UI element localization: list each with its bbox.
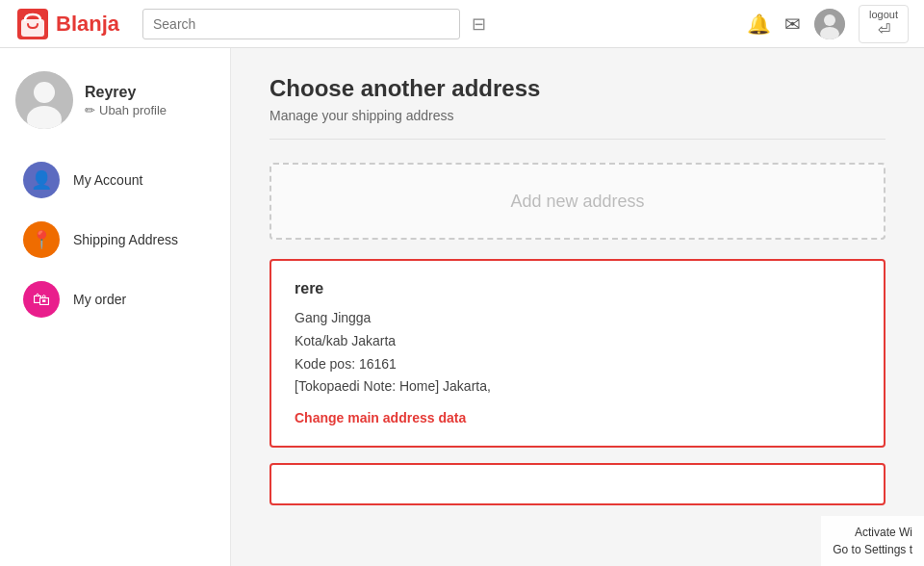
- user-profile: Reyrey ✏ Ubah profile: [15, 71, 215, 129]
- user-avatar: [15, 71, 73, 129]
- username: Reyrey: [85, 84, 167, 101]
- page-title: Choose another address: [270, 75, 886, 102]
- search-wrapper: [142, 9, 460, 39]
- header: Blanja ⊟ 🔔 ✉ logout ⏎: [0, 0, 924, 48]
- user-info: Reyrey ✏ Ubah profile: [85, 84, 167, 117]
- windows-notice-line1: Activate Wi: [833, 524, 912, 541]
- edit-profile-label: Ubah profile: [99, 103, 167, 117]
- address-note: [Tokopaedi Note: Home] Jakarta,: [295, 375, 860, 399]
- avatar[interactable]: [814, 9, 845, 39]
- account-icon: 👤: [23, 162, 60, 198]
- address-name: rere: [295, 280, 860, 297]
- logo-bag-icon: [15, 7, 50, 41]
- pencil-icon: ✏: [85, 103, 95, 117]
- add-address-button[interactable]: Add new address: [270, 163, 886, 240]
- header-icons: 🔔 ✉ logout ⏎: [747, 5, 909, 43]
- sidebar-item-shipping[interactable]: 📍 Shipping Address: [15, 212, 215, 268]
- sidebar-item-order[interactable]: 🛍 My order: [15, 271, 215, 327]
- logout-icon: ⏎: [878, 20, 890, 39]
- address-detail: Gang Jingga Kota/kab Jakarta Kode pos: 1…: [295, 307, 860, 399]
- divider: [270, 139, 886, 140]
- windows-notice: Activate Wi Go to Settings t: [821, 516, 924, 566]
- shipping-icon: 📍: [23, 221, 60, 258]
- edit-profile-button[interactable]: ✏ Ubah profile: [85, 103, 167, 117]
- logo: Blanja: [15, 7, 131, 41]
- address-street: Gang Jingga: [295, 307, 860, 330]
- logout-button[interactable]: logout ⏎: [859, 5, 909, 43]
- logout-label: logout: [869, 9, 898, 20]
- order-label: My order: [73, 292, 126, 307]
- windows-notice-line2: Go to Settings t: [833, 541, 912, 558]
- logo-text: Blanja: [56, 12, 119, 37]
- order-icon: 🛍: [23, 281, 60, 318]
- notification-icon[interactable]: 🔔: [747, 13, 771, 36]
- address-postal: Kode pos: 16161: [295, 353, 860, 376]
- address-card-primary: rere Gang Jingga Kota/kab Jakarta Kode p…: [270, 259, 886, 448]
- filter-icon[interactable]: ⊟: [472, 13, 486, 35]
- main-layout: Reyrey ✏ Ubah profile 👤 My Account 📍 Shi…: [0, 48, 924, 566]
- address-card-secondary: [270, 463, 886, 505]
- account-label: My Account: [73, 172, 142, 188]
- content: Choose another address Manage your shipp…: [231, 48, 924, 566]
- shipping-label: Shipping Address: [73, 232, 178, 247]
- change-address-link[interactable]: Change main address data: [295, 410, 466, 425]
- sidebar-item-account[interactable]: 👤 My Account: [15, 152, 215, 208]
- message-icon[interactable]: ✉: [784, 13, 801, 36]
- sidebar: Reyrey ✏ Ubah profile 👤 My Account 📍 Shi…: [0, 48, 231, 566]
- address-city: Kota/kab Jakarta: [295, 330, 860, 353]
- svg-point-6: [34, 82, 55, 103]
- add-address-label: Add new address: [510, 192, 644, 212]
- svg-point-3: [824, 14, 835, 26]
- search-input[interactable]: [142, 9, 460, 39]
- page-subtitle: Manage your shipping address: [270, 108, 886, 123]
